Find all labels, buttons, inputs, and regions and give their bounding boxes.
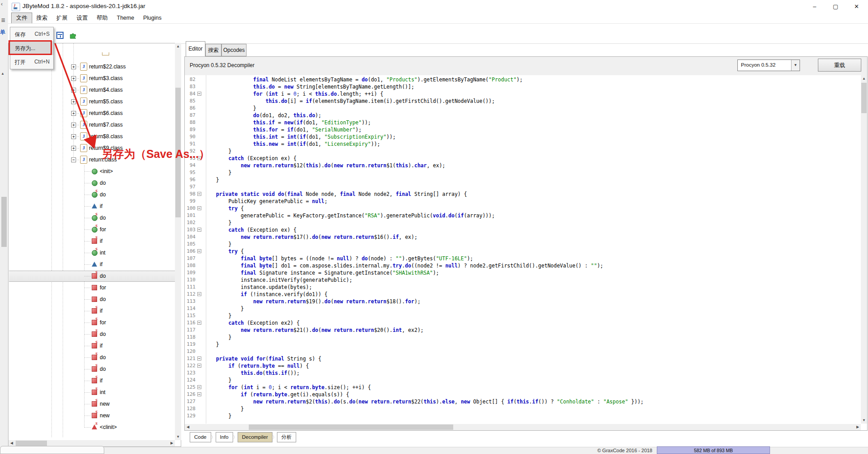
tree-expander[interactable]: +	[71, 76, 76, 81]
clipped-tree-icon	[102, 52, 109, 55]
menu-item-打开[interactable]: 打开Ctrl+N	[10, 55, 53, 69]
tree-method-label[interactable]: if	[100, 378, 102, 384]
tree-expander[interactable]: +	[71, 134, 76, 139]
menu-file[interactable]: 文件	[12, 13, 32, 23]
maximize-button[interactable]: ▢	[825, 0, 846, 13]
close-button[interactable]: ✕	[846, 0, 867, 13]
tree-method-label[interactable]: if	[100, 308, 102, 314]
tree-class-label[interactable]: return$5.class	[89, 98, 123, 105]
annotation-text: 另存为（Save As...）	[102, 147, 210, 161]
java-class-icon: J	[80, 121, 87, 129]
bottom-tab-bar: Code〉Info〉Decompiler〉分析	[190, 432, 296, 442]
chevron-left-icon: ‹	[1, 1, 3, 7]
tree-method-label[interactable]: if	[100, 203, 102, 209]
tree-class-label[interactable]: return$8.class	[89, 133, 123, 140]
fold-toggle-icon[interactable]: −	[197, 206, 201, 210]
fold-toggle-icon[interactable]: −	[197, 92, 201, 96]
tree-expander[interactable]: +	[71, 88, 76, 93]
tree-expander[interactable]: +	[71, 99, 76, 104]
tab-search[interactable]: 搜索	[205, 44, 221, 56]
class-tree-panel[interactable]: +Jreturn$22.class+Jreturn$3.class+Jretur…	[8, 43, 181, 447]
fold-toggle-icon[interactable]: −	[197, 364, 201, 368]
tree-method-label[interactable]: for	[100, 319, 106, 326]
tree-method-label[interactable]: do	[100, 273, 106, 279]
code-editor[interactable]: 82 final NodeList elementsByTagName = do…	[185, 75, 861, 424]
gui-window-icon[interactable]	[56, 32, 64, 39]
plugin-puzzle-icon[interactable]	[69, 32, 77, 40]
fold-toggle-icon[interactable]: −	[197, 192, 201, 196]
tree-expander[interactable]: +	[71, 64, 76, 69]
tree-hscrollbar[interactable]: ◀ ▶	[9, 440, 175, 446]
tree-method-label[interactable]: do	[100, 215, 106, 221]
tree-vscrollbar[interactable]: ▲ ▼	[175, 43, 181, 440]
fold-toggle-icon[interactable]: −	[197, 228, 201, 232]
tree-method-label[interactable]: <clinit>	[100, 424, 117, 430]
tree-method-label[interactable]: do	[100, 366, 106, 372]
tree-expander[interactable]: +	[71, 146, 76, 151]
menu-帮助[interactable]: 帮助	[92, 13, 112, 23]
tree-method-label[interactable]: int	[100, 250, 106, 256]
code-line: 127 new return.return$2(this).do(s.do(ne…	[185, 398, 861, 405]
minimize-button[interactable]: –	[804, 0, 825, 13]
fold-toggle-icon[interactable]: −	[197, 321, 201, 325]
tree-method-label[interactable]: for	[100, 284, 106, 291]
menu-item-保存[interactable]: 保存Ctrl+S	[10, 27, 53, 41]
menu-Theme[interactable]: Theme	[112, 13, 139, 23]
decompiler-select[interactable]: Procyon 0.5.32 ▼	[737, 59, 800, 71]
memory-usage-bar[interactable]: 582 MB of 893 MB	[657, 446, 770, 454]
code-line: 87 do(do1, do2, this.do);	[185, 112, 861, 119]
fold-toggle-icon[interactable]: −	[197, 356, 201, 361]
decompiler-select-value: Procyon 0.5.32	[741, 62, 775, 68]
tree-method-label[interactable]: do	[100, 354, 106, 361]
tree-class-label[interactable]: return$22.class	[89, 64, 126, 70]
tree-method-label[interactable]: new	[100, 401, 110, 407]
tree-method-label[interactable]: if	[100, 343, 102, 349]
tree-method-label[interactable]: int	[100, 389, 106, 395]
tree-expander[interactable]: −	[71, 157, 76, 162]
code-hscrollbar-thumb[interactable]	[249, 424, 453, 430]
tree-method-label[interactable]: if	[100, 238, 102, 244]
tree-method-label[interactable]: <init>	[100, 168, 113, 174]
fold-toggle-icon[interactable]: −	[197, 392, 201, 396]
tree-hscrollbar-thumb[interactable]	[16, 441, 47, 446]
tab-editor[interactable]: Editor	[186, 41, 205, 56]
menu-搜索[interactable]: 搜索	[32, 13, 52, 23]
tree-method-label[interactable]: new	[100, 412, 110, 419]
menu-设置[interactable]: 设置	[72, 13, 92, 23]
menu-bar: 文件搜索扩展设置帮助ThemePlugins	[8, 13, 868, 23]
tree-method-label[interactable]: do	[100, 191, 106, 198]
fold-toggle-icon[interactable]: −	[197, 385, 201, 389]
hamburger-icon: ≣	[1, 17, 5, 23]
menu-Plugins[interactable]: Plugins	[139, 13, 166, 23]
bottom-tab-Info[interactable]: Info	[216, 432, 233, 442]
tab-opcodes[interactable]: Opcodes	[221, 44, 247, 56]
bottom-tab-Decompiler[interactable]: Decompiler	[238, 432, 272, 442]
tree-class-label[interactable]: return$6.class	[89, 110, 123, 116]
jbytemod-window: ‹ ≣ 单 ▲ JByteMod 1.8.2 - aspose-slides-2…	[0, 0, 868, 454]
code-vscrollbar-thumb[interactable]	[861, 83, 867, 113]
fold-toggle-icon[interactable]: −	[197, 292, 201, 296]
tree-method-label[interactable]: do	[100, 296, 106, 302]
bottom-tab-Code[interactable]: Code	[190, 432, 211, 442]
code-hscrollbar[interactable]: ◀ ▶	[185, 424, 861, 430]
bottom-tab-分析[interactable]: 分析	[277, 432, 296, 442]
code-line: 106− try {	[185, 248, 861, 255]
tree-method-label[interactable]: for	[100, 226, 106, 233]
tree-expander[interactable]: +	[71, 111, 76, 116]
tree-class-label[interactable]: return$3.class	[89, 75, 123, 81]
code-line: 90 this.int = int(if(do1, "SubscriptionE…	[185, 133, 861, 140]
fold-toggle-icon[interactable]: −	[197, 249, 201, 253]
java-class-icon: J	[80, 109, 87, 117]
reload-button[interactable]: 重载	[818, 59, 861, 72]
code-line: 91 this.new = int(if(do1, "LicenseExpiry…	[185, 140, 861, 148]
tree-expander[interactable]: +	[71, 123, 76, 127]
menu-扩展[interactable]: 扩展	[52, 13, 72, 23]
tree-class-label[interactable]: return$7.class	[89, 122, 123, 128]
code-line: 121− private void for(final String s) {	[185, 355, 861, 362]
code-vscrollbar[interactable]: ▲ ▼	[861, 75, 867, 424]
tree-method-label[interactable]: do	[100, 331, 106, 337]
tree-method-label[interactable]: do	[100, 180, 106, 186]
tree-class-label[interactable]: return$4.class	[89, 87, 123, 93]
background-scrollbar-thumb[interactable]	[1, 197, 7, 247]
tree-method-label[interactable]: if	[100, 261, 102, 267]
